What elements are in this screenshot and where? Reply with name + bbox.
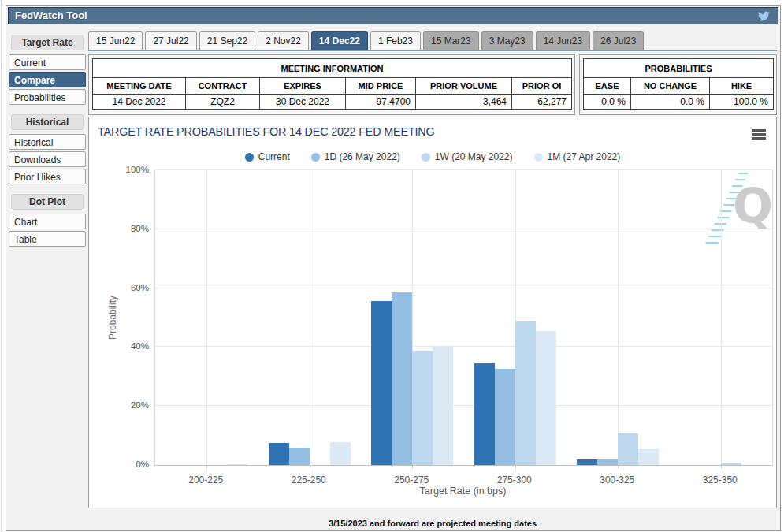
gridline-x-325-350: [721, 170, 722, 465]
y-tick-label-40: 40%: [89, 341, 149, 351]
legend-item-current[interactable]: Current: [245, 151, 290, 162]
sidebar-item-downloads[interactable]: Downloads: [9, 151, 86, 167]
sidebar-section-dot-plot: Dot PlotChartTable: [9, 194, 86, 247]
column-header-prior-oi: PRIOR OI: [512, 78, 572, 95]
sidebar-header-dot-plot: Dot Plot: [11, 194, 84, 210]
sidebar-item-chart[interactable]: Chart: [9, 214, 86, 229]
meeting-information-panel: MEETING INFORMATIONMEETING DATECONTRACTE…: [88, 54, 575, 115]
axis-tick-275-300: [515, 465, 516, 468]
gridline-y-80: [155, 229, 772, 229]
column-header-expires: EXPIRES: [260, 78, 346, 95]
bar-1d-26-may-2022-250-275: [392, 292, 412, 465]
chart-menu-button[interactable]: [752, 129, 766, 141]
value-hike: 100.0 %: [710, 95, 774, 110]
tab-1-feb23[interactable]: 1 Feb23: [370, 31, 421, 50]
bar-1w-20-may-2022-325-350: [721, 463, 741, 465]
sidebar-item-prior-hikes[interactable]: Prior Hikes: [9, 169, 86, 184]
legend-item-1m-27-apr-2022[interactable]: 1M (27 Apr 2022): [534, 151, 621, 162]
value-expires: 30 Dec 2022: [260, 95, 346, 110]
value-mid-price: 97.4700: [346, 95, 416, 110]
bar-1m-27-apr-2022-225-250: [330, 442, 351, 465]
gridline-x-225-250: [310, 170, 310, 465]
legend-label: 1D (26 May 2022): [325, 151, 400, 162]
bar-1w-20-may-2022-250-275: [412, 351, 433, 465]
value-prior-volume: 3,464: [416, 95, 512, 110]
y-tick-label-100: 100%: [89, 165, 149, 174]
sidebar-item-current[interactable]: Current: [9, 54, 86, 70]
bar-current-275-300: [474, 363, 495, 465]
x-axis-title: Target Rate (in bps): [154, 485, 771, 497]
tab-26-jul23[interactable]: 26 Jul23: [593, 31, 644, 50]
axis-tick-250-275: [412, 465, 413, 468]
bar-1m-27-apr-2022-250-275: [433, 347, 453, 465]
bar-1d-26-may-2022-225-250: [289, 448, 310, 465]
y-axis-title: Probability: [107, 296, 118, 340]
table-title: PROBABILITIES: [584, 59, 774, 78]
value-no-change: 0.0 %: [631, 95, 710, 110]
legend-marker-1m-27-apr-2022: [534, 153, 543, 162]
value-meeting-date: 14 Dec 2022: [93, 95, 186, 110]
chart-title: TARGET RATE PROBABILITIES FOR 14 DEC 202…: [98, 125, 435, 138]
y-tick-label-20: 20%: [89, 400, 149, 410]
bar-current-250-275: [371, 301, 392, 465]
legend-marker-1d-26-may-2022: [311, 153, 320, 162]
tab-14-dec22[interactable]: 14 Dec22: [311, 31, 368, 50]
bar-1m-27-apr-2022-275-300: [536, 331, 556, 465]
tab-15-mar23[interactable]: 15 Mar23: [423, 31, 479, 50]
sidebar-section-target-rate: Target RateCurrentCompareProbabilities: [9, 35, 86, 105]
legend-item-1d-26-may-2022[interactable]: 1D (26 May 2022): [311, 151, 400, 162]
axis-tick-225-250: [310, 465, 310, 468]
legend-item-1w-20-may-2022[interactable]: 1W (20 May 2022): [422, 151, 513, 162]
y-tick-label-60: 60%: [89, 283, 149, 292]
sidebar-item-probabilities[interactable]: Probabilities: [9, 89, 86, 105]
y-tick-label-0: 0%: [89, 459, 149, 469]
chart-legend: Current1D (26 May 2022)1W (20 May 2022)1…: [89, 151, 776, 162]
tab-3-may23[interactable]: 3 May23: [481, 31, 533, 50]
column-header-prior-volume: PRIOR VOLUME: [416, 78, 512, 95]
sidebar-item-table[interactable]: Table: [9, 231, 86, 247]
gridline-y-40: [155, 346, 772, 347]
gridline-x-300-325: [618, 170, 619, 465]
table-title-row: MEETING INFORMATION: [93, 59, 572, 78]
meeting-date-tabs: 15 Jun2227 Jul2221 Sep222 Nov2214 Dec221…: [88, 31, 644, 50]
gridline-y-60: [155, 288, 772, 288]
x-category-label-200-225: 200-225: [154, 474, 258, 485]
bar-1d-26-may-2022-275-300: [495, 369, 515, 465]
table-header-row: EASENO CHANGEHIKE: [584, 78, 774, 95]
bar-1d-26-may-2022-300-325: [597, 459, 618, 465]
sidebar-section-historical: HistoricalHistoricalDownloadsPrior Hikes: [9, 114, 86, 184]
column-header-ease: EASE: [584, 78, 631, 95]
tab-2-nov22[interactable]: 2 Nov22: [258, 31, 309, 50]
menu-bar: [752, 133, 766, 136]
tab-21-sep22[interactable]: 21 Sep22: [199, 31, 255, 50]
table-header-row: MEETING DATECONTRACTEXPIRESMID PRICEPRIO…: [93, 78, 572, 95]
axis-tick-200-225: [206, 465, 207, 468]
sidebar-item-historical[interactable]: Historical: [9, 134, 86, 150]
bar-1m-27-apr-2022-200-225: [227, 464, 247, 465]
legend-label: 1W (20 May 2022): [435, 151, 513, 162]
twitter-icon[interactable]: [757, 10, 771, 22]
y-tick-label-80: 80%: [89, 224, 149, 233]
sidebar-item-compare[interactable]: Compare: [9, 72, 86, 87]
bar-current-300-325: [577, 459, 597, 465]
axis-tick-325-350: [721, 465, 722, 468]
plot-area: [154, 170, 773, 466]
gridline-x-200-225: [206, 170, 207, 465]
menu-bar: [752, 137, 766, 140]
probabilities-panel: PROBABILITIESEASENO CHANGEHIKE0.0 %0.0 %…: [579, 54, 777, 115]
bar-1w-20-may-2022-275-300: [515, 321, 536, 465]
x-category-label-300-325: 300-325: [566, 474, 669, 485]
tab-27-jul22[interactable]: 27 Jul22: [145, 31, 196, 50]
bar-1m-27-apr-2022-300-325: [638, 449, 659, 465]
x-category-label-325-350: 325-350: [669, 474, 772, 485]
tab-15-jun22[interactable]: 15 Jun22: [88, 31, 143, 50]
sidebar-header-target-rate: Target Rate: [11, 35, 84, 50]
value-prior-oi: 62,277: [512, 95, 572, 110]
tab-14-jun23[interactable]: 14 Jun23: [536, 31, 590, 50]
table-title: MEETING INFORMATION: [93, 59, 572, 78]
table-value-row: 14 Dec 2022ZQZ230 Dec 202297.47003,46462…: [93, 95, 572, 110]
chart-panel: TARGET RATE PROBABILITIES FOR 14 DEC 202…: [88, 117, 777, 508]
app-title-bar: FedWatch Tool: [8, 7, 778, 24]
page-edge-line: [1, 0, 2, 532]
tab-divider-line: [88, 50, 777, 51]
